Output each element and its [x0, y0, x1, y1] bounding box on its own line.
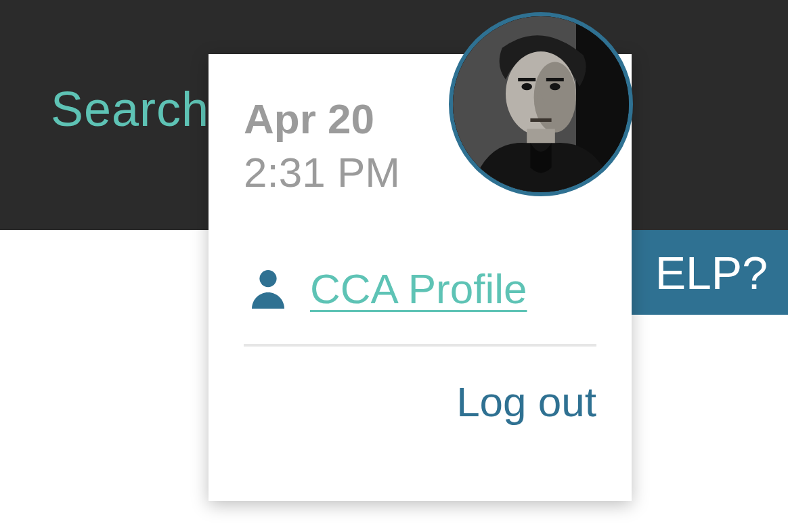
- logout-row: Log out: [244, 378, 596, 426]
- user-icon: [244, 264, 292, 313]
- profile-row[interactable]: CCA Profile: [244, 264, 596, 313]
- divider: [244, 344, 596, 347]
- svg-point-5: [521, 83, 532, 90]
- svg-point-6: [550, 83, 561, 90]
- avatar[interactable]: [449, 12, 633, 196]
- help-label: ELP?: [655, 246, 768, 299]
- svg-point-0: [259, 270, 276, 287]
- svg-rect-7: [518, 78, 535, 81]
- svg-rect-8: [546, 78, 564, 81]
- search-title: Search: [51, 81, 209, 137]
- logout-link[interactable]: Log out: [456, 378, 596, 426]
- svg-rect-9: [530, 118, 551, 122]
- profile-link[interactable]: CCA Profile: [310, 265, 527, 313]
